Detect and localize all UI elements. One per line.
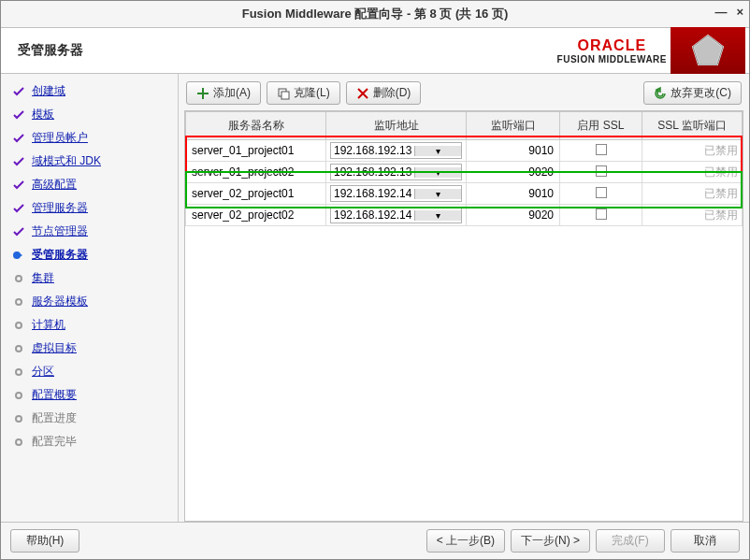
delete-button[interactable]: 删除(D) (346, 81, 422, 105)
enable-ssl-checkbox[interactable] (596, 165, 607, 177)
listen-port-cell[interactable]: 9010 (467, 140, 560, 162)
sidebar-item-14: 配置进度 (1, 407, 178, 430)
sidebar-item-label: 配置概要 (32, 387, 77, 403)
bullet-icon (12, 342, 25, 355)
discard-button-label: 放弃更改(C) (671, 85, 731, 101)
listen-address-combo[interactable]: 192.168.192.14▾ (330, 185, 462, 202)
listen-port-cell[interactable]: 9010 (467, 183, 560, 205)
sidebar-item-label: 计算机 (32, 317, 65, 333)
chevron-down-icon: ▾ (414, 146, 461, 156)
bullet-icon (12, 389, 25, 402)
sidebar-item-4[interactable]: 高级配置 (1, 173, 178, 196)
svg-point-9 (16, 416, 22, 422)
table-row[interactable]: 192.168.192.13▾9010已禁用 (186, 140, 743, 162)
back-button[interactable]: < 上一步(B) (426, 529, 505, 553)
titlebar: Fusion Middleware 配置向导 - 第 8 页 (共 16 页) … (1, 1, 749, 27)
fusion-middleware-text: FUSION MIDDLEWARE (557, 54, 667, 65)
listen-address-combo[interactable]: 192.168.192.14▾ (330, 207, 462, 223)
config-wizard-window: Fusion Middleware 配置向导 - 第 8 页 (共 16 页) … (0, 0, 750, 560)
help-button[interactable]: 帮助(H) (10, 529, 79, 553)
check-icon (12, 132, 25, 145)
ssl-listen-port-cell: 已禁用 (642, 205, 743, 226)
discard-changes-button[interactable]: 放弃更改(C) (643, 81, 742, 105)
listen-port-cell[interactable]: 9020 (467, 205, 560, 226)
server-name-input[interactable] (190, 165, 322, 179)
chevron-down-icon: ▾ (414, 167, 461, 178)
check-icon (12, 85, 25, 98)
listen-address-value: 192.168.192.13 (331, 165, 414, 179)
sidebar-item-11[interactable]: 虚拟目标 (1, 337, 178, 360)
sidebar-item-9[interactable]: 服务器模板 (1, 290, 178, 313)
sidebar-item-12[interactable]: 分区 (1, 360, 178, 383)
server-name-input[interactable] (190, 143, 322, 158)
sidebar-item-2[interactable]: 管理员帐户 (1, 126, 178, 150)
sidebar-item-5[interactable]: 管理服务器 (1, 196, 178, 220)
sidebar-item-13[interactable]: 配置概要 (1, 383, 178, 407)
brand-badge (671, 27, 745, 74)
check-icon (12, 179, 25, 192)
svg-point-3 (16, 276, 22, 281)
col-listen-addr: 监听地址 (326, 112, 467, 140)
listen-address-combo[interactable]: 192.168.192.13▾ (330, 142, 462, 159)
sidebar-item-label: 管理员帐户 (32, 130, 88, 146)
cancel-button[interactable]: 取消 (671, 529, 740, 553)
listen-address-value: 192.168.192.13 (331, 144, 414, 157)
sidebar-item-3[interactable]: 域模式和 JDK (1, 150, 178, 173)
bullet-icon (12, 295, 25, 309)
chevron-down-icon: ▾ (414, 189, 461, 199)
server-name-input[interactable] (190, 186, 322, 201)
sidebar-item-label: 服务器模板 (32, 294, 88, 309)
arrow-icon (12, 249, 25, 262)
svg-point-8 (16, 393, 22, 398)
sidebar-item-1[interactable]: 模板 (1, 103, 178, 126)
sidebar-item-10[interactable]: 计算机 (1, 313, 178, 337)
bullet-icon (12, 272, 25, 285)
sidebar-item-label: 集群 (32, 270, 54, 286)
table-row[interactable]: 192.168.192.14▾9020已禁用 (186, 205, 743, 226)
minimize-icon[interactable]: — (714, 5, 727, 19)
sidebar-item-label: 模板 (32, 107, 54, 122)
listen-address-combo[interactable]: 192.168.192.13▾ (330, 164, 462, 180)
enable-ssl-checkbox[interactable] (596, 187, 607, 198)
sidebar-item-label: 配置完毕 (32, 434, 77, 450)
add-button[interactable]: 添加(A) (186, 81, 261, 105)
col-enable-ssl: 启用 SSL (560, 112, 642, 140)
check-icon (12, 202, 25, 215)
oracle-logo-block: ORACLE FUSION MIDDLEWARE (557, 37, 671, 65)
close-icon[interactable]: × (736, 5, 743, 19)
bullet-icon (12, 366, 25, 379)
sidebar-item-6[interactable]: 节点管理器 (1, 220, 178, 243)
sidebar-item-label: 虚拟目标 (32, 340, 77, 356)
sidebar-item-label: 受管服务器 (32, 247, 88, 263)
check-icon (12, 155, 25, 168)
sidebar-item-label: 配置进度 (32, 410, 77, 426)
next-button[interactable]: 下一步(N) > (511, 529, 590, 553)
sidebar-item-label: 创建域 (32, 83, 65, 99)
col-listen-port: 监听端口 (467, 112, 560, 140)
table-row[interactable]: 192.168.192.13▾9020已禁用 (186, 162, 743, 183)
table-row[interactable]: 192.168.192.14▾9010已禁用 (186, 183, 743, 205)
listen-port-cell[interactable]: 9020 (467, 162, 560, 183)
svg-point-5 (16, 323, 22, 328)
enable-ssl-checkbox[interactable] (596, 208, 607, 220)
svg-point-7 (16, 369, 22, 375)
oracle-wordmark: ORACLE (578, 37, 647, 54)
server-table: 服务器名称 监听地址 监听端口 启用 SSL SSL 监听端口 192.168.… (185, 111, 743, 226)
sidebar-item-8[interactable]: 集群 (1, 266, 178, 290)
ssl-listen-port-cell: 已禁用 (642, 140, 743, 162)
svg-point-6 (16, 346, 22, 352)
enable-ssl-checkbox[interactable] (596, 144, 607, 155)
sidebar-item-label: 域模式和 JDK (32, 153, 101, 169)
sidebar-item-7[interactable]: 受管服务器 (1, 243, 178, 266)
listen-address-value: 192.168.192.14 (331, 208, 414, 222)
server-name-input[interactable] (190, 208, 322, 223)
bullet-icon (12, 319, 25, 332)
sidebar-item-0[interactable]: 创建域 (1, 79, 178, 103)
sidebar-item-label: 高级配置 (32, 177, 77, 193)
finish-button[interactable]: 完成(F) (596, 529, 665, 553)
clone-button[interactable]: 克隆(L) (267, 81, 340, 105)
sidebar-item-label: 管理服务器 (32, 200, 88, 216)
clone-button-label: 克隆(L) (294, 85, 330, 101)
bullet-icon (12, 436, 25, 449)
check-icon (12, 225, 25, 238)
